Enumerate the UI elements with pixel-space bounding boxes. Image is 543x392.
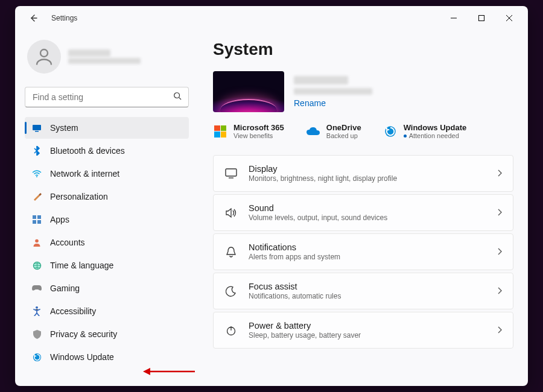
search-icon bbox=[173, 92, 182, 103]
desktop-thumbnail[interactable] bbox=[213, 71, 284, 112]
bell-icon bbox=[224, 245, 238, 259]
svg-rect-20 bbox=[226, 169, 237, 176]
back-arrow-icon bbox=[28, 13, 38, 23]
svg-point-15 bbox=[35, 239, 39, 243]
search-input[interactable] bbox=[25, 87, 189, 107]
service-onedrive[interactable]: OneDrive Backed up bbox=[306, 123, 361, 139]
sidebar-item-label: Accessibility bbox=[50, 306, 96, 316]
sidebar: System Bluetooth & devices Network & int… bbox=[15, 30, 196, 386]
setting-sub: Notifications, automatic rules bbox=[249, 292, 486, 300]
person-icon bbox=[33, 46, 55, 68]
sidebar-item-label: Personalization bbox=[50, 192, 108, 201]
bluetooth-icon bbox=[32, 146, 42, 156]
update-icon bbox=[383, 124, 398, 139]
moon-icon bbox=[224, 285, 238, 298]
minimize-button[interactable] bbox=[440, 8, 468, 28]
back-button[interactable] bbox=[25, 10, 42, 27]
service-title: Microsoft 365 bbox=[233, 123, 284, 132]
settings-window: Settings bbox=[15, 6, 528, 386]
globe-icon bbox=[32, 261, 42, 270]
svg-rect-9 bbox=[35, 131, 39, 132]
service-sub: Backed up bbox=[326, 132, 361, 139]
service-title: OneDrive bbox=[326, 123, 361, 132]
update-icon bbox=[32, 352, 42, 362]
setting-title: Focus assist bbox=[249, 282, 486, 291]
sidebar-item-privacy[interactable]: Privacy & security bbox=[25, 323, 189, 345]
shield-icon bbox=[32, 329, 42, 339]
setting-title: Power & battery bbox=[249, 321, 486, 330]
search-wrapper bbox=[25, 87, 189, 107]
close-button[interactable] bbox=[495, 8, 523, 28]
settings-list: DisplayMonitors, brightness, night light… bbox=[213, 155, 513, 349]
rename-link[interactable]: Rename bbox=[294, 98, 372, 108]
sidebar-item-apps[interactable]: Apps bbox=[25, 209, 189, 230]
svg-rect-13 bbox=[33, 220, 36, 224]
sidebar-item-gaming[interactable]: Gaming bbox=[25, 277, 189, 299]
svg-rect-2 bbox=[479, 16, 484, 21]
sidebar-item-network[interactable]: Network & internet bbox=[25, 163, 189, 185]
chevron-right-icon bbox=[497, 168, 502, 179]
svg-point-10 bbox=[36, 176, 37, 177]
svg-point-17 bbox=[36, 306, 38, 309]
sidebar-item-time[interactable]: Time & language bbox=[25, 254, 189, 276]
page-title: System bbox=[213, 40, 513, 59]
profile-block[interactable] bbox=[25, 37, 189, 76]
main-content: System Rename Microsoft 365 View benefit… bbox=[196, 30, 528, 386]
sidebar-item-label: Time & language bbox=[50, 261, 113, 270]
sidebar-item-windows-update[interactable]: Windows Update bbox=[25, 346, 189, 368]
sidebar-item-label: Windows Update bbox=[50, 352, 114, 362]
setting-sub: Alerts from apps and system bbox=[249, 253, 486, 261]
paintbrush-icon bbox=[32, 192, 42, 201]
accessibility-icon bbox=[32, 306, 42, 316]
device-block: Rename bbox=[213, 71, 513, 112]
sidebar-item-label: Accounts bbox=[50, 238, 85, 247]
setting-power[interactable]: Power & batterySleep, battery usage, bat… bbox=[213, 312, 513, 349]
sidebar-item-bluetooth[interactable]: Bluetooth & devices bbox=[25, 140, 189, 162]
sidebar-item-label: Privacy & security bbox=[50, 329, 117, 339]
avatar bbox=[27, 40, 61, 74]
system-icon bbox=[32, 123, 42, 133]
service-title: Windows Update bbox=[404, 123, 467, 132]
service-microsoft365[interactable]: Microsoft 365 View benefits bbox=[213, 123, 284, 139]
service-sub: View benefits bbox=[233, 132, 284, 139]
setting-sub: Sleep, battery usage, battery saver bbox=[249, 331, 486, 340]
gamepad-icon bbox=[32, 283, 42, 293]
setting-notifications[interactable]: NotificationsAlerts from apps and system bbox=[213, 233, 513, 270]
sidebar-item-personalization[interactable]: Personalization bbox=[25, 186, 189, 207]
apps-icon bbox=[32, 215, 42, 224]
setting-title: Display bbox=[249, 164, 486, 174]
setting-sound[interactable]: SoundVolume levels, output, input, sound… bbox=[213, 194, 513, 231]
person-icon bbox=[32, 238, 42, 247]
sidebar-item-accessibility[interactable]: Accessibility bbox=[25, 300, 189, 322]
service-sub: Attention needed bbox=[404, 132, 467, 139]
titlebar: Settings bbox=[15, 6, 528, 30]
service-windows-update[interactable]: Windows Update Attention needed bbox=[383, 123, 467, 139]
service-row: Microsoft 365 View benefits OneDrive Bac… bbox=[213, 123, 513, 139]
microsoft-logo-icon bbox=[213, 124, 227, 139]
maximize-button[interactable] bbox=[468, 8, 495, 28]
svg-rect-8 bbox=[33, 125, 41, 130]
svg-rect-14 bbox=[37, 220, 41, 224]
svg-rect-11 bbox=[33, 215, 36, 219]
profile-info bbox=[68, 49, 141, 64]
sidebar-item-label: Gaming bbox=[50, 283, 80, 293]
setting-focus-assist[interactable]: Focus assistNotifications, automatic rul… bbox=[213, 273, 513, 309]
chevron-right-icon bbox=[497, 247, 502, 258]
sidebar-item-label: Network & internet bbox=[50, 169, 119, 179]
nav-list: System Bluetooth & devices Network & int… bbox=[25, 117, 189, 368]
svg-rect-12 bbox=[37, 215, 41, 219]
svg-point-6 bbox=[174, 93, 180, 98]
wifi-icon bbox=[32, 169, 42, 179]
chevron-right-icon bbox=[497, 286, 502, 297]
display-icon bbox=[224, 167, 238, 180]
chevron-right-icon bbox=[497, 325, 502, 336]
sidebar-item-accounts[interactable]: Accounts bbox=[25, 232, 189, 253]
power-icon bbox=[224, 324, 238, 337]
sidebar-item-label: Apps bbox=[50, 215, 69, 224]
svg-line-7 bbox=[179, 98, 182, 100]
chevron-right-icon bbox=[497, 207, 502, 218]
setting-display[interactable]: DisplayMonitors, brightness, night light… bbox=[213, 155, 513, 192]
setting-sub: Monitors, brightness, night light, displ… bbox=[249, 174, 486, 183]
sidebar-item-system[interactable]: System bbox=[25, 117, 189, 139]
sidebar-item-label: System bbox=[50, 123, 78, 133]
